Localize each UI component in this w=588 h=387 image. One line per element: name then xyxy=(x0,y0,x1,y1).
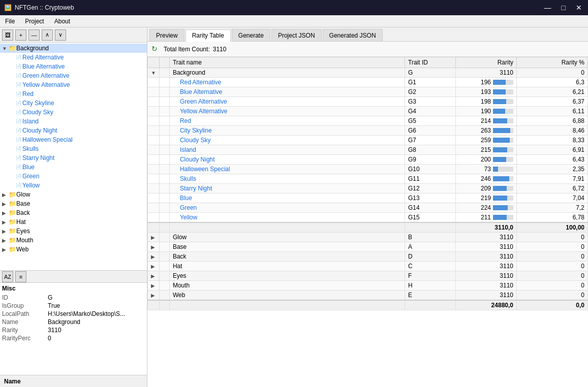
tree-item-background[interactable]: ▼ 📁 Background xyxy=(0,44,147,53)
tree-item-yellow[interactable]: 📄 Yellow xyxy=(0,181,147,190)
yellow-item-id: G15 xyxy=(405,213,456,223)
tree-item-red[interactable]: 📄 Red xyxy=(0,89,147,99)
table-row-web: ▶ Web E 3110 0 xyxy=(148,291,588,301)
tree-item-base[interactable]: ▶ 📁 Base xyxy=(0,199,147,208)
cloudy-night-name[interactable]: Cloudy Night xyxy=(169,155,405,165)
expand-icon-hat[interactable]: ▶ xyxy=(2,219,8,225)
menubar: File Project About xyxy=(0,15,588,27)
skulls-pct: 7,91 xyxy=(517,174,588,184)
expand-cell2 xyxy=(159,68,169,78)
up-button[interactable]: ∧ xyxy=(42,29,53,41)
tree-item-city-skyline[interactable]: 📄 City Skyline xyxy=(0,99,147,108)
tree-item-eyes[interactable]: ▶ 📁 Eyes xyxy=(0,227,147,236)
blue-alt-name[interactable]: Blue Alternative xyxy=(169,87,405,97)
expand-mouth[interactable]: ▶ xyxy=(148,281,160,291)
tab-rarity-table[interactable]: Rarity Table xyxy=(185,29,231,42)
expand-icon-back[interactable]: ▶ xyxy=(2,210,8,216)
table-row-city: City Skyline G6 263 8,46 xyxy=(148,126,588,136)
background-group-name: Background xyxy=(169,68,405,78)
city-pct: 8,46 xyxy=(517,126,588,136)
expand-icon-eyes[interactable]: ▶ xyxy=(2,229,8,234)
prop-key-name: Name xyxy=(2,318,48,326)
halloween-rarity: 73 xyxy=(456,165,517,174)
tree-label-red: Red xyxy=(22,90,34,98)
tree-item-mouth[interactable]: ▶ 📁 Mouth xyxy=(0,236,147,245)
grand-total-rarity: 24880,0 xyxy=(456,300,517,310)
expand-icon-mouth[interactable]: ▶ xyxy=(2,238,8,243)
halloween-name[interactable]: Halloween Special xyxy=(169,165,405,174)
tree-item-cloudy-night[interactable]: 📄 Cloudy Night xyxy=(0,126,147,135)
tree-item-island[interactable]: 📄 Island xyxy=(0,117,147,126)
expand-base[interactable]: ▶ xyxy=(148,242,160,252)
tree-item-red-alternative[interactable]: 📄 Red Alternative xyxy=(0,53,147,62)
tab-project-json[interactable]: Project JSON xyxy=(271,29,322,41)
green-item-name[interactable]: Green xyxy=(169,203,405,213)
tree-label-city: City Skyline xyxy=(22,100,54,107)
refresh-button[interactable]: ↻ xyxy=(151,45,161,54)
tab-generated-json[interactable]: Generated JSON xyxy=(323,29,383,41)
tree-item-back[interactable]: ▶ 📁 Back xyxy=(0,208,147,217)
prop-key-localpath: LocalPath xyxy=(2,310,48,317)
tree-label-eyes: Eyes xyxy=(16,228,30,235)
close-button[interactable]: ✕ xyxy=(574,4,584,12)
expand-back[interactable]: ▶ xyxy=(148,252,160,262)
tree-item-green[interactable]: 📄 Green xyxy=(0,172,147,181)
island-id: G8 xyxy=(405,145,456,155)
island-name[interactable]: Island xyxy=(169,145,405,155)
blue-item-name[interactable]: Blue xyxy=(169,194,405,203)
expand-eyes[interactable]: ▶ xyxy=(148,271,160,281)
expand-icon-glow[interactable]: ▶ xyxy=(2,192,8,198)
city-name[interactable]: City Skyline xyxy=(169,126,405,136)
file-icon: 📄 xyxy=(14,163,22,171)
table-row-hat: ▶ Hat C 3110 0 xyxy=(148,262,588,271)
tree-item-web[interactable]: ▶ 📁 Web xyxy=(0,245,147,254)
prop-key-rarityPerc: RarityPerc xyxy=(2,335,48,342)
blue-item-pct: 7,04 xyxy=(517,194,588,203)
tree-item-yellow-alternative[interactable]: 📄 Yellow Alternative xyxy=(0,80,147,89)
properties-toolbar: AZ ≡ xyxy=(0,271,147,283)
back-pct: 0 xyxy=(517,252,588,262)
expand-glow[interactable]: ▶ xyxy=(148,233,160,242)
tree-item-skulls[interactable]: 📄 Skulls xyxy=(0,144,147,153)
starry-name[interactable]: Starry Night xyxy=(169,184,405,194)
expand-icon-base[interactable]: ▶ xyxy=(2,201,8,207)
menu-about[interactable]: About xyxy=(49,17,75,26)
tree-item-glow[interactable]: ▶ 📁 Glow xyxy=(0,190,147,199)
menu-project[interactable]: Project xyxy=(20,17,49,26)
yellow-item-name[interactable]: Yellow xyxy=(169,213,405,223)
expand-icon-web[interactable]: ▶ xyxy=(2,247,8,252)
tree-item-starry-night[interactable]: 📄 Starry Night xyxy=(0,153,147,163)
back-rarity: 3110 xyxy=(456,252,517,262)
tab-preview[interactable]: Preview xyxy=(149,29,184,41)
tree-item-green-alternative[interactable]: 📄 Green Alternative xyxy=(0,71,147,80)
tree-item-cloudy-sky[interactable]: 📄 Cloudy Sky xyxy=(0,108,147,117)
expand-hat[interactable]: ▶ xyxy=(148,262,160,271)
base-id: A xyxy=(405,242,456,252)
sort-button[interactable]: ≡ xyxy=(15,271,26,282)
red-alt-name[interactable]: Red Alternative xyxy=(169,78,405,87)
skulls-name[interactable]: Skulls xyxy=(169,174,405,184)
sort-az-button[interactable]: AZ xyxy=(2,271,13,282)
right-panel: Preview Rarity Table Generate Project JS… xyxy=(147,27,588,387)
menu-file[interactable]: File xyxy=(0,17,20,26)
total-label: Total Item Count: xyxy=(164,46,210,53)
red-name[interactable]: Red xyxy=(169,116,405,126)
expand-icon[interactable]: ▼ xyxy=(2,46,8,51)
add-button[interactable]: + xyxy=(15,29,26,41)
green-alt-name[interactable]: Green Alternative xyxy=(169,97,405,107)
tree-item-blue[interactable]: 📄 Blue xyxy=(0,163,147,172)
yellow-alt-name[interactable]: Yellow Alternative xyxy=(169,107,405,116)
cloudy-sky-name[interactable]: Cloudy Sky xyxy=(169,136,405,145)
expand-web[interactable]: ▶ xyxy=(148,291,160,301)
expand-cell[interactable]: ▼ xyxy=(148,68,160,78)
tab-generate[interactable]: Generate xyxy=(232,29,270,41)
minimize-button[interactable]: — xyxy=(542,4,553,12)
tree-item-hat[interactable]: ▶ 📁 Hat xyxy=(0,217,147,227)
file-icon: 📄 xyxy=(14,136,22,144)
down-button[interactable]: ∨ xyxy=(55,29,66,41)
tree-item-blue-alternative[interactable]: 📄 Blue Alternative xyxy=(0,62,147,71)
tree-item-halloween[interactable]: 📄 Halloween Special xyxy=(0,135,147,144)
maximize-button[interactable]: □ xyxy=(560,4,568,12)
remove-button[interactable]: — xyxy=(28,29,40,41)
toolbar-icon-button[interactable]: 🖼 xyxy=(2,29,13,41)
